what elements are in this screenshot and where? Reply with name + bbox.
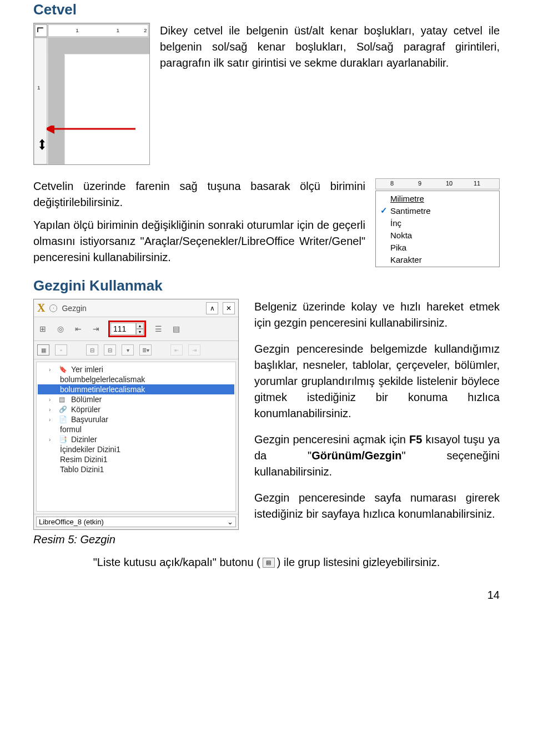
svg-text:1: 1 <box>37 84 41 91</box>
navigator-document-combo-wrap: LibreOffice_8 (etkin) ⌄ <box>34 514 238 529</box>
menu-item-karakter[interactable]: Karakter <box>376 253 499 266</box>
svg-rect-12 <box>64 54 149 164</box>
page-spin-up[interactable]: ▲ <box>136 323 144 329</box>
navigator-window: X Gezgin ∧ ✕ ⊞ ◎ ⇤ ⇥ ▲ ▼ <box>33 299 239 530</box>
prev-icon[interactable]: ⇤ <box>73 324 84 334</box>
paragraph-r3: Gezgin penceresini açmak için F5 kısayol… <box>254 432 500 480</box>
svg-text:1: 1 <box>76 27 79 33</box>
heading-cetvel: Cetvel <box>33 1 500 18</box>
anchor-icon[interactable]: ▾ <box>122 344 134 356</box>
promote-icon[interactable]: ⇤ <box>170 344 183 356</box>
svg-rect-2 <box>48 24 148 37</box>
unit-context-menu: 8 9 10 11 Milimetre ✓Santimetre İnç Nokt… <box>375 178 500 267</box>
tree-leaf-selected[interactable]: bolummetinlerlecalismak <box>38 384 234 394</box>
svg-text:2: 2 <box>144 27 147 33</box>
tree-leaf[interactable]: Resim Dizini1 <box>38 454 234 464</box>
navigator-tree[interactable]: ›🔖Yer imleri bolumbelgelerlecalismak bol… <box>36 362 236 512</box>
paragraph-last: "Liste kutusu açık/kapalı" butonu ( ▤ ) … <box>33 556 500 569</box>
paragraph-r2: Gezgin penceresinde belgemizde kullandığ… <box>254 341 500 422</box>
context-menu-box[interactable]: Milimetre ✓Santimetre İnç Nokta Pika Kar… <box>375 191 500 267</box>
tree-node-bookmarks[interactable]: ›🔖Yer imleri <box>38 364 234 374</box>
paragraph-1: Dikey cetvel ile belgenin üst/alt kenar … <box>160 23 500 165</box>
menu-item-inc[interactable]: İnç <box>376 217 499 229</box>
page-spin-down[interactable]: ▼ <box>136 329 144 335</box>
heading-gezgin: Gezgini Kullanmak <box>33 277 500 294</box>
content-view-icon[interactable]: ▦ <box>37 344 49 356</box>
set-reminder-icon[interactable]: ▫ <box>55 344 67 356</box>
tree-node-references[interactable]: ›📄Başvurular <box>38 414 234 424</box>
tree-node-indexes[interactable]: ›📑Dizinler <box>38 434 234 444</box>
demote-icon[interactable]: ⇥ <box>188 344 200 356</box>
page-number-input-highlight: ▲ ▼ <box>108 321 146 337</box>
figure-caption: Resim 5: Gezgin <box>33 533 239 546</box>
page-number: 14 <box>33 589 500 602</box>
tree-leaf[interactable]: İçindekiler Dizini1 <box>38 444 234 454</box>
menu-item-santimetre[interactable]: ✓Santimetre <box>376 204 499 217</box>
collapse-button[interactable]: ∧ <box>206 302 218 314</box>
navigator-toolbar-2: ▦ ▫ ⊟ ⊟ ▾ ≣▾ ⇤ ⇥ <box>34 341 238 359</box>
navigation-toggle-icon[interactable] <box>49 304 57 312</box>
svg-rect-1 <box>35 24 47 37</box>
ruler-svg: 1 1 2 1 <box>33 23 150 165</box>
tree-node-hyperlinks[interactable]: ›🔗Köprüler <box>38 404 234 414</box>
chevron-down-icon: ⌄ <box>227 518 233 526</box>
tree-leaf[interactable]: formul <box>38 424 234 434</box>
menu-item-milimetre[interactable]: Milimetre <box>376 192 499 204</box>
ruler-screenshot: 1 1 2 1 <box>33 23 150 165</box>
navigator-title: Gezgin <box>62 304 202 313</box>
close-button[interactable]: ✕ <box>223 302 235 314</box>
page-number-input[interactable] <box>110 323 136 335</box>
paragraph-r1: Belgeniz üzerinde kolay ve hızlı hareket… <box>254 299 500 331</box>
list-box-icon[interactable]: ▤ <box>170 324 182 334</box>
list-box-toggle-icon: ▤ <box>263 558 275 568</box>
navigator-toolbar-1: ⊞ ◎ ⇤ ⇥ ▲ ▼ ☰ ▤ <box>34 317 238 341</box>
next-icon[interactable]: ⇥ <box>90 324 102 334</box>
footer-icon[interactable]: ⊟ <box>104 344 116 356</box>
paragraph-r4: Gezgin penceresinde sayfa numarası girer… <box>254 490 500 522</box>
paragraph-3: Yapılan ölçü biriminin değişikliğinin so… <box>33 217 365 266</box>
menu-item-pika[interactable]: Pika <box>376 241 499 253</box>
tree-leaf[interactable]: Tablo Dizini1 <box>38 464 234 474</box>
ruler-fragment: 8 9 10 11 <box>375 178 500 189</box>
heading-levels-icon[interactable]: ≣▾ <box>139 344 152 356</box>
svg-rect-6 <box>34 38 47 164</box>
toggle-master-icon[interactable]: ⊞ <box>37 324 48 334</box>
menu-item-nokta[interactable]: Nokta <box>376 229 499 241</box>
navigator-document-combo[interactable]: LibreOffice_8 (etkin) ⌄ <box>36 517 236 527</box>
header-icon[interactable]: ⊟ <box>86 344 98 356</box>
paragraph-2: Cetvelin üzerinde farenin sağ tuşuna bas… <box>33 178 365 211</box>
tree-node-sections[interactable]: ›▤Bölümler <box>38 394 234 404</box>
svg-text:1: 1 <box>117 27 120 33</box>
tree-leaf[interactable]: bolumbelgelerlecalismak <box>38 374 234 384</box>
navigator-titlebar: X Gezgin ∧ ✕ <box>34 299 238 317</box>
app-logo-icon: X <box>37 302 45 314</box>
svg-rect-11 <box>48 38 65 164</box>
drag-mode-icon[interactable]: ☰ <box>153 324 164 334</box>
navigation-icon[interactable]: ◎ <box>55 324 66 334</box>
